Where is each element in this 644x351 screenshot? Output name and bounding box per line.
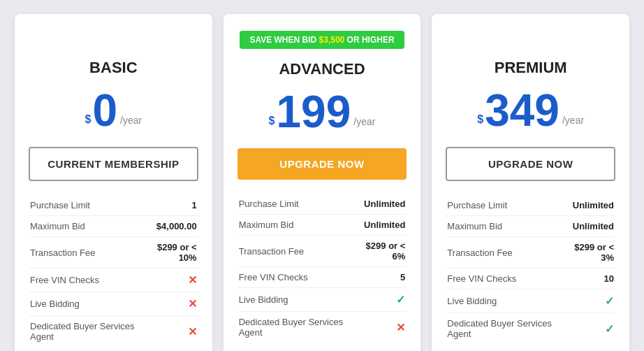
button-basic[interactable]: CURRENT MEMBERSHIP [29, 147, 198, 181]
feature-value: ✕ [140, 316, 198, 348]
badge-wrapper-basic [29, 31, 198, 56]
feature-label: Purchase Limit [446, 195, 560, 216]
feature-label: Maximum Bid [446, 216, 560, 237]
table-row: Transaction Fee$299 or < 3% [446, 237, 615, 268]
card-title-advanced: ADVANCED [237, 60, 407, 78]
price-row-premium: $349/year [446, 88, 615, 133]
check-icon: ✓ [605, 323, 614, 335]
table-row: Transaction Fee$299 or < 6% [237, 236, 407, 267]
feature-value: ✓ [352, 288, 407, 312]
feature-value: ✕ [140, 292, 198, 316]
feature-value: $4,000.00 [140, 216, 198, 237]
feature-value: 10 [560, 268, 615, 289]
feature-value: 1 [140, 195, 198, 216]
table-row: Dedicated Buyer Services Agent✕ [237, 312, 407, 343]
badge-highlight: $3,500 [319, 35, 345, 45]
feature-value: $299 or < 3% [560, 237, 615, 268]
price-period-advanced: /year [353, 116, 375, 127]
table-row: Maximum BidUnlimited [237, 215, 407, 236]
feature-label: Maximum Bid [237, 215, 352, 236]
feature-label: Purchase Limit [237, 194, 352, 215]
feature-label: Dedicated Buyer Services Agent [237, 312, 352, 343]
feature-value: Unlimited [560, 195, 615, 216]
feature-label: Transaction Fee [237, 236, 352, 267]
table-row: Maximum BidUnlimited [446, 216, 615, 237]
table-row: Live Bidding✓ [237, 288, 407, 312]
check-icon: ✓ [605, 295, 614, 307]
price-period-basic: /year [120, 115, 142, 126]
table-row: Free VIN Checks5 [237, 267, 407, 288]
feature-value: ✓ [560, 313, 615, 345]
price-dollar-advanced: $ [269, 115, 275, 127]
table-row: Free VIN Checks10 [446, 268, 615, 289]
feature-label: Free VIN Checks [29, 268, 140, 292]
table-row: Dedicated Buyer Services Agent✓ [446, 313, 615, 345]
price-amount-advanced: 199 [277, 89, 351, 134]
features-table-advanced: Purchase LimitUnlimitedMaximum BidUnlimi… [237, 194, 407, 343]
price-row-basic: $0/year [29, 88, 198, 133]
price-period-premium: /year [562, 115, 584, 126]
feature-label: Transaction Fee [29, 237, 140, 268]
card-advanced: SAVE WHEN BID $3,500 OR HIGHERADVANCED$1… [224, 14, 421, 351]
table-row: Purchase Limit1 [29, 195, 198, 216]
button-premium[interactable]: UPGRADE NOW [446, 147, 615, 181]
x-icon: ✕ [396, 322, 405, 334]
price-amount-basic: 0 [92, 88, 117, 133]
card-title-premium: PREMIUM [446, 59, 615, 77]
feature-value: Unlimited [352, 194, 407, 215]
save-badge-advanced: SAVE WHEN BID $3,500 OR HIGHER [240, 31, 404, 49]
feature-value: 5 [352, 267, 407, 288]
pricing-container: BASIC$0/yearCURRENT MEMBERSHIPPurchase L… [15, 14, 629, 351]
features-table-premium: Purchase LimitUnlimitedMaximum BidUnlimi… [446, 195, 615, 344]
table-row: Transaction Fee$299 or < 10% [29, 237, 198, 268]
price-row-advanced: $199/year [237, 89, 407, 134]
button-advanced[interactable]: UPGRADE NOW [237, 148, 407, 180]
x-icon: ✕ [188, 326, 197, 338]
x-icon: ✕ [188, 298, 197, 310]
table-row: Live Bidding✕ [29, 292, 198, 316]
feature-value: $299 or < 6% [352, 236, 407, 267]
feature-label: Free VIN Checks [446, 268, 560, 289]
x-icon: ✕ [188, 274, 197, 286]
feature-label: Live Bidding [237, 288, 352, 312]
table-row: Purchase LimitUnlimited [237, 194, 407, 215]
feature-value: ✕ [352, 312, 407, 343]
feature-label: Live Bidding [29, 292, 140, 316]
card-premium: PREMIUM$349/yearUPGRADE NOWPurchase Limi… [432, 14, 629, 351]
feature-value: ✓ [560, 289, 615, 313]
price-dollar-premium: $ [477, 113, 483, 126]
table-row: Purchase LimitUnlimited [446, 195, 615, 216]
table-row: Maximum Bid$4,000.00 [29, 216, 198, 237]
check-icon: ✓ [396, 294, 405, 306]
card-basic: BASIC$0/yearCURRENT MEMBERSHIPPurchase L… [15, 14, 212, 351]
table-row: Live Bidding✓ [446, 289, 615, 313]
table-row: Dedicated Buyer Services Agent✕ [29, 316, 198, 348]
feature-label: Live Bidding [446, 289, 560, 313]
card-title-basic: BASIC [29, 59, 198, 77]
table-row: Free VIN Checks✕ [29, 268, 198, 292]
feature-label: Maximum Bid [29, 216, 140, 237]
price-amount-premium: 349 [485, 88, 559, 133]
feature-label: Dedicated Buyer Services Agent [446, 313, 560, 345]
feature-label: Transaction Fee [446, 237, 560, 268]
feature-value: ✕ [140, 268, 198, 292]
feature-label: Purchase Limit [29, 195, 140, 216]
feature-label: Free VIN Checks [237, 267, 352, 288]
feature-value: Unlimited [352, 215, 407, 236]
badge-wrapper-advanced: SAVE WHEN BID $3,500 OR HIGHER [237, 31, 407, 57]
feature-label: Dedicated Buyer Services Agent [29, 316, 140, 348]
feature-value: Unlimited [560, 216, 615, 237]
price-dollar-basic: $ [85, 113, 92, 126]
feature-value: $299 or < 10% [140, 237, 198, 268]
badge-wrapper-premium [446, 31, 615, 56]
features-table-basic: Purchase Limit1Maximum Bid$4,000.00Trans… [29, 195, 198, 347]
